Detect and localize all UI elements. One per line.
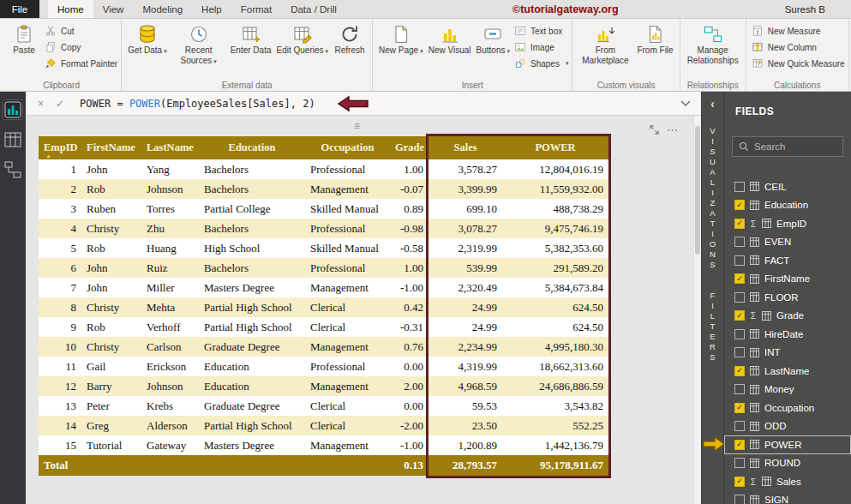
field-checkbox[interactable]: ✓	[734, 366, 745, 376]
field-checkbox[interactable]: ✓	[734, 219, 745, 229]
field-item-ceil[interactable]: CEIL	[724, 177, 851, 196]
ribbon-tab-home[interactable]: Home	[48, 0, 93, 18]
formula-expand-icon[interactable]	[680, 100, 691, 107]
field-item-lastname[interactable]: ✓LastName	[724, 362, 851, 381]
table-row[interactable]: 2RobJohnsonBachelorsManagement-0.073,399…	[39, 179, 608, 199]
ribbon-button-refresh[interactable]: Refresh	[331, 21, 369, 56]
field-item-int[interactable]: INT	[724, 344, 851, 363]
focus-mode-icon[interactable]	[650, 123, 659, 138]
filters-collapsed-tab[interactable]: FILTERS	[708, 291, 717, 363]
table-row[interactable]: 14GregAldersonPartial High SchoolClerica…	[39, 416, 608, 435]
canvas-scrollbar[interactable]	[693, 116, 701, 504]
column-header-firstname[interactable]: FirstName	[81, 136, 141, 159]
field-checkbox[interactable]	[734, 458, 745, 468]
ribbon-button-new-page[interactable]: New Page▾	[376, 21, 426, 56]
ribbon-button-image[interactable]: Image	[514, 41, 568, 53]
column-header-occupation[interactable]: Occupation	[305, 136, 390, 159]
expand-pane-icon[interactable]: ‹	[710, 97, 715, 111]
ribbon-button-paste[interactable]: Paste	[5, 21, 43, 56]
column-header-power[interactable]: POWER	[502, 136, 608, 159]
field-item-hiredate[interactable]: HireDate	[724, 325, 851, 344]
table-row[interactable]: 11GailEricksonEducationProfessional0.004…	[39, 357, 608, 376]
formula-input[interactable]: POWER = POWER(EmployeeSales[Sales], 2)	[80, 98, 315, 110]
formula-commit-icon[interactable]: ✓	[56, 98, 64, 110]
ribbon-button-new-quick-measure[interactable]: New Quick Measure	[752, 57, 845, 69]
ribbon-button-new-column[interactable]: New Column	[752, 41, 845, 53]
field-item-grade[interactable]: ✓ΣGrade	[724, 307, 851, 326]
column-header-lastname[interactable]: LastName	[141, 136, 199, 159]
table-row[interactable]: 3RubenTorresPartial CollegeSkilled Manua…	[39, 199, 608, 219]
field-checkbox[interactable]	[734, 384, 745, 394]
field-checkbox[interactable]: ✓	[734, 403, 745, 413]
field-item-round[interactable]: ROUND	[724, 454, 851, 473]
field-item-even[interactable]: EVEN	[724, 233, 851, 252]
field-item-sales[interactable]: ✓ΣSales	[724, 472, 851, 491]
signed-in-user[interactable]: Suresh B	[785, 4, 825, 15]
table-row[interactable]: 12BarryJohnsonEducationManagement2.004,9…	[39, 376, 608, 396]
canvas-scrollbar-thumb[interactable]	[695, 126, 700, 255]
report-view-icon[interactable]	[3, 100, 22, 119]
field-item-floor[interactable]: FLOOR	[724, 288, 851, 307]
ribbon-button-shapes[interactable]: Shapes▾	[514, 57, 568, 69]
ribbon-tab-view[interactable]: View	[93, 0, 134, 18]
table-row[interactable]: 9RobVerhoffPartial High SchoolClerical-0…	[39, 317, 608, 337]
field-checkbox[interactable]: ✓	[734, 310, 745, 321]
field-item-empid[interactable]: ✓ΣEmpID	[724, 214, 851, 233]
report-canvas[interactable]: ≡ ⋯ EmpID▲FirstNameLastNameEducationOccu…	[26, 116, 701, 504]
field-checkbox[interactable]	[734, 421, 745, 431]
field-checkbox[interactable]: ✓	[734, 200, 745, 210]
field-checkbox[interactable]	[734, 495, 745, 504]
field-item-power[interactable]: ✓POWER	[724, 435, 851, 454]
field-checkbox[interactable]: ✓	[734, 273, 745, 284]
ribbon-button-edit-queries[interactable]: Edit Queries▾	[274, 21, 332, 56]
ribbon-button-copy[interactable]: Copy	[45, 41, 117, 53]
field-checkbox[interactable]	[734, 255, 745, 266]
table-row[interactable]: 15TutorialGatewayMasters DegreeManagemen…	[39, 435, 608, 455]
visual-more-options-icon[interactable]: ⋯	[667, 126, 679, 135]
field-checkbox[interactable]	[734, 347, 745, 357]
ribbon-tab-format[interactable]: Format	[231, 0, 281, 18]
table-visual[interactable]: ≡ ⋯ EmpID▲FirstNameLastNameEducationOccu…	[39, 121, 686, 476]
ribbon-button-cut[interactable]: Cut	[45, 25, 117, 37]
ribbon-tab-modeling[interactable]: Modeling	[133, 0, 192, 18]
ribbon-button-text-box[interactable]: Text box	[514, 25, 568, 37]
column-header-empid[interactable]: EmpID▲	[39, 136, 81, 159]
ribbon-tab-data-drill[interactable]: Data / Drill	[281, 0, 346, 18]
field-checkbox[interactable]: ✓	[734, 477, 745, 487]
field-checkbox[interactable]	[734, 329, 745, 339]
field-checkbox[interactable]	[734, 237, 745, 247]
field-item-education[interactable]: ✓Education	[724, 196, 851, 215]
table-row[interactable]: 13PeterKrebsGraduate DegreeClerical0.005…	[39, 396, 608, 416]
field-item-sign[interactable]: SIGN	[724, 491, 851, 504]
field-checkbox[interactable]	[734, 182, 745, 192]
column-header-sales[interactable]: Sales	[428, 136, 502, 159]
table-row[interactable]: 8ChristyMehtaPartial High SchoolClerical…	[39, 297, 608, 317]
ribbon-button-from-marketplace[interactable]: From Marketplace	[576, 21, 634, 66]
visual-drag-handle-icon[interactable]: ≡	[354, 120, 360, 132]
field-item-odd[interactable]: ODD	[724, 417, 851, 436]
column-header-education[interactable]: Education	[199, 136, 305, 159]
visualizations-collapsed-tab[interactable]: VISUALIZATIONS	[708, 126, 717, 270]
data-view-icon[interactable]	[3, 130, 22, 149]
field-checkbox[interactable]	[734, 292, 745, 303]
table-row[interactable]: 4ChristyZhuBachelorsProfessional-0.983,0…	[39, 219, 608, 238]
table-row[interactable]: 1JohnYangBachelorsProfessional1.003,578.…	[39, 159, 608, 179]
file-menu-button[interactable]: File	[0, 0, 39, 18]
table-row[interactable]: 5RobHuangHigh SchoolSkilled Manual-0.582…	[39, 238, 608, 258]
ribbon-button-manage-relationships[interactable]: Manage Relationships	[684, 21, 742, 66]
field-item-money[interactable]: Money	[724, 381, 851, 399]
ribbon-button-buttons[interactable]: Buttons▾	[474, 21, 512, 56]
ribbon-button-from-file[interactable]: From File	[634, 21, 675, 56]
table-row[interactable]: 10ChristyCarlsonGraduate DegreeManagemen…	[39, 337, 608, 357]
fields-search-input[interactable]: Search	[732, 136, 843, 157]
model-view-icon[interactable]	[3, 160, 22, 179]
field-item-firstname[interactable]: ✓FirstName	[724, 270, 851, 289]
formula-cancel-icon[interactable]: ×	[38, 98, 44, 110]
ribbon-button-new-visual[interactable]: New Visual	[426, 21, 474, 56]
table-row[interactable]: 6JohnRuizBachelorsProfessional1.00539.99…	[39, 258, 608, 278]
table-row[interactable]: 7JohnMillerMasters DegreeManagement-1.00…	[39, 278, 608, 297]
ribbon-button-get-data[interactable]: Get Data▾	[125, 21, 170, 56]
field-item-fact[interactable]: FACT	[724, 251, 851, 270]
field-item-occupation[interactable]: ✓Occupation	[724, 399, 851, 417]
ribbon-button-new-measure[interactable]: ΣNew Measure	[752, 25, 845, 37]
